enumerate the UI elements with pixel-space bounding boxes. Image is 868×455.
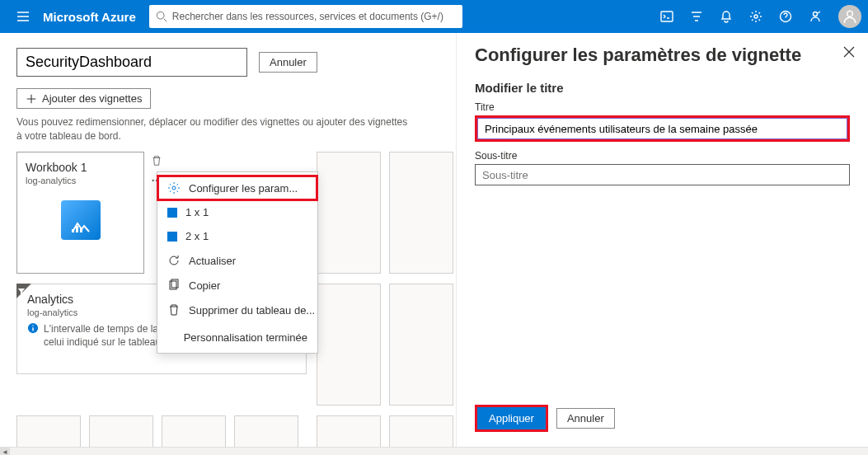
svg-rect-7	[76, 226, 78, 232]
menu-copy[interactable]: Copier	[157, 273, 317, 298]
empty-tile[interactable]	[234, 415, 298, 447]
menu-refresh[interactable]: Actualiser	[157, 248, 317, 273]
filter-badge-icon	[18, 285, 25, 298]
horizontal-scrollbar[interactable]: ◄	[0, 447, 868, 455]
gear-icon	[167, 181, 181, 195]
tile-title-input[interactable]	[477, 118, 847, 139]
tile-context-menu: Configurer les param... 1 x 1 2 x 1 Actu…	[157, 171, 318, 354]
cancel-button[interactable]: Annuler	[259, 52, 317, 73]
workbook-icon	[61, 200, 101, 240]
delete-tile-icon[interactable]	[148, 152, 165, 169]
refresh-icon	[167, 254, 181, 267]
menu-done-customizing[interactable]: Personnalisation terminée	[157, 326, 317, 349]
feedback-icon[interactable]	[802, 0, 828, 33]
tile-settings-panel: Configurer les paramètres de vignette Mo…	[456, 33, 868, 447]
panel-title: Configurer les paramètres de vignette	[475, 45, 850, 66]
trash-icon	[167, 303, 181, 317]
size-icon	[167, 208, 177, 218]
menu-size-2x1[interactable]: 2 x 1	[157, 224, 317, 248]
user-avatar[interactable]	[838, 5, 861, 28]
workbook-tile-title: Workbook 1	[26, 161, 135, 174]
close-icon[interactable]	[843, 46, 855, 60]
svg-point-5	[847, 11, 853, 16]
global-search[interactable]: Rechercher dans les ressources, services…	[149, 5, 462, 28]
help-text: Vous pouvez redimensionner, déplacer ou …	[16, 115, 412, 143]
size-icon	[167, 232, 177, 242]
empty-tile[interactable]	[389, 284, 453, 406]
empty-tile[interactable]	[317, 152, 381, 274]
help-icon[interactable]	[772, 0, 799, 33]
info-icon	[27, 322, 39, 350]
scroll-left-icon[interactable]: ◄	[0, 448, 10, 455]
copy-icon	[167, 279, 181, 292]
svg-point-4	[814, 12, 818, 16]
workbook-tile-subtitle: log-analytics	[26, 176, 135, 185]
empty-tile[interactable]	[317, 284, 381, 406]
settings-icon[interactable]	[743, 0, 769, 33]
title-field-label: Titre	[475, 101, 850, 113]
dashboard-editor: Annuler Ajouter des vignettes Vous pouve…	[0, 33, 456, 447]
svg-point-2	[754, 15, 758, 18]
add-tiles-label: Ajouter des vignettes	[42, 92, 142, 105]
empty-tile[interactable]	[389, 415, 453, 447]
svg-rect-1	[661, 12, 673, 21]
search-icon	[156, 11, 167, 22]
empty-tile[interactable]	[16, 415, 81, 447]
topbar-right-icons	[654, 0, 861, 33]
user-icon	[842, 9, 857, 24]
subtitle-field-label: Sous-titre	[475, 150, 850, 162]
workbook-tile[interactable]: Workbook 1 log-analytics	[16, 152, 144, 274]
svg-point-0	[157, 12, 164, 19]
tile-subtitle-input[interactable]	[475, 164, 850, 185]
brand-label: Microsoft Azure	[43, 10, 136, 24]
empty-tile[interactable]	[89, 415, 153, 447]
menu-remove[interactable]: Supprimer du tableau de...	[157, 298, 317, 322]
top-bar: Microsoft Azure Rechercher dans les ress…	[0, 0, 868, 33]
empty-tile[interactable]	[317, 415, 381, 447]
svg-point-9	[152, 179, 153, 181]
menu-size-1x1[interactable]: 1 x 1	[157, 200, 317, 224]
plus-icon	[26, 93, 37, 105]
hamburger-menu-icon[interactable]	[7, 10, 40, 23]
filter-icon[interactable]	[683, 0, 710, 33]
svg-point-13	[172, 186, 176, 190]
svg-rect-6	[72, 229, 74, 232]
svg-rect-8	[80, 228, 82, 232]
panel-cancel-button[interactable]: Annuler	[556, 408, 615, 429]
search-placeholder: Rechercher dans les ressources, services…	[172, 11, 443, 22]
cloud-shell-icon[interactable]	[654, 0, 680, 33]
apply-button[interactable]: Appliquer	[477, 407, 546, 429]
add-tiles-button[interactable]: Ajouter des vignettes	[16, 88, 151, 109]
empty-tile[interactable]	[162, 415, 226, 447]
menu-configure-tile[interactable]: Configurer les param...	[157, 176, 317, 200]
dashboard-title-input[interactable]	[16, 48, 247, 77]
empty-tile[interactable]	[389, 152, 453, 274]
notifications-icon[interactable]	[713, 0, 739, 33]
section-header: Modifier le titre	[475, 81, 850, 95]
